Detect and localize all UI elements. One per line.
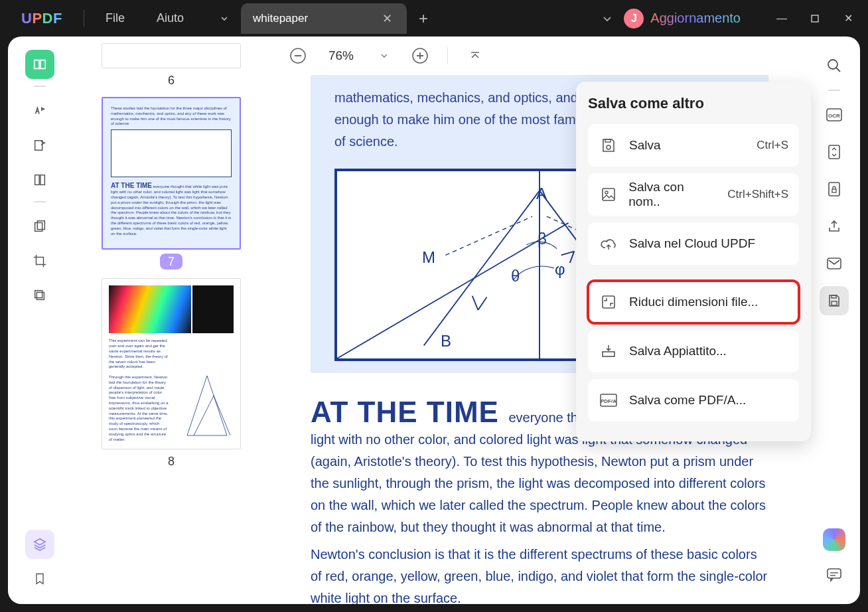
save-cloud-button[interactable]: Salva nel Cloud UPDF: [588, 222, 799, 265]
scroll-top-icon[interactable]: [464, 44, 486, 67]
svg-rect-2: [40, 175, 44, 185]
svg-rect-24: [828, 569, 841, 578]
close-icon[interactable]: ✕: [382, 11, 392, 26]
ai-icon[interactable]: [823, 528, 845, 551]
tabs-overflow-icon[interactable]: [591, 4, 624, 33]
avatar[interactable]: J: [624, 9, 644, 29]
panel-title: Salva come altro: [588, 95, 799, 112]
viewer-toolbar: 76%: [271, 37, 808, 75]
svg-rect-29: [603, 189, 615, 200]
save-button[interactable]: Salva Ctrl+S: [588, 124, 799, 167]
save-pdfa-button[interactable]: PDF/A Salva come PDF/A...: [588, 379, 799, 421]
thumb-page-7[interactable]: These studies laid the foundation for th…: [102, 97, 241, 269]
zoom-out-button[interactable]: [287, 44, 309, 67]
heading-at-the-time: AT THE TIME: [311, 396, 499, 429]
maximize-button[interactable]: [800, 5, 830, 32]
save-as-other-panel: Salva come altro Salva Ctrl+S Salva con …: [576, 82, 811, 441]
svg-rect-28: [605, 139, 611, 142]
flatten-icon: [599, 341, 618, 361]
svg-point-27: [607, 145, 611, 149]
reduce-size-button[interactable]: Riduci dimensioni file...: [588, 281, 799, 323]
pdfa-icon: PDF/A: [599, 390, 618, 410]
svg-rect-20: [832, 189, 836, 192]
left-toolbar: [8, 37, 72, 604]
search-icon[interactable]: [820, 51, 849, 80]
email-icon[interactable]: [820, 249, 849, 278]
svg-rect-0: [812, 15, 818, 22]
zoom-level[interactable]: 76%: [323, 48, 360, 63]
share-icon[interactable]: [820, 212, 849, 241]
svg-rect-3: [35, 223, 42, 232]
save-flatten-button[interactable]: Salva Appiattito...: [588, 330, 799, 372]
tab-whitepaper[interactable]: whitepaper ✕: [241, 3, 407, 34]
new-tab-button[interactable]: +: [407, 4, 440, 33]
ocr-icon[interactable]: OCR: [820, 100, 849, 129]
chat-icon[interactable]: [820, 560, 849, 589]
layers-button[interactable]: [25, 530, 54, 559]
svg-rect-22: [832, 301, 837, 305]
svg-point-14: [828, 60, 837, 69]
minimize-button[interactable]: —: [767, 5, 796, 32]
body-paragraph-2: Newton's conclusion is that it is the di…: [311, 544, 768, 604]
convert-icon[interactable]: [820, 137, 849, 167]
update-label[interactable]: Aggiornamento: [650, 11, 753, 26]
page-number: 6: [102, 74, 241, 88]
tab-title: whitepaper: [253, 12, 308, 25]
page-number: 8: [102, 455, 241, 469]
save-as-icon: [599, 185, 618, 204]
zoom-in-button[interactable]: [409, 44, 431, 67]
svg-text:OCR: OCR: [828, 113, 840, 119]
thumbnail-panel: 6 These studies laid the foundation for …: [72, 37, 271, 604]
menu-help[interactable]: Aiuto: [141, 11, 200, 25]
reader-mode-button[interactable]: [25, 50, 54, 79]
menu-file[interactable]: File: [90, 11, 141, 25]
edit-tool-button[interactable]: [25, 131, 54, 160]
save-icon: [599, 135, 618, 155]
bookmark-button[interactable]: [25, 564, 54, 593]
close-window-button[interactable]: ✕: [833, 5, 863, 32]
save-other-icon[interactable]: [820, 286, 849, 315]
right-toolbar: OCR: [808, 37, 860, 604]
svg-rect-6: [35, 291, 42, 298]
compress-icon: [599, 292, 618, 312]
svg-rect-18: [829, 145, 839, 159]
svg-rect-4: [37, 221, 44, 230]
save-as-button[interactable]: Salva con nom.. Ctrl+Shift+S: [588, 173, 799, 216]
zoom-dropdown-icon[interactable]: [373, 44, 396, 67]
svg-point-30: [605, 191, 608, 194]
page-number: 7: [102, 255, 241, 269]
organize-pages-button[interactable]: [25, 212, 54, 241]
thumb-page-6[interactable]: 6: [102, 43, 241, 88]
batch-tool-button[interactable]: [25, 281, 54, 310]
tab-dropdown-icon[interactable]: [208, 4, 241, 33]
svg-rect-1: [35, 175, 39, 185]
svg-rect-23: [832, 295, 836, 298]
thumb-page-8[interactable]: This experiment can be repeated over and…: [102, 278, 241, 469]
protect-icon[interactable]: [820, 175, 849, 204]
svg-line-15: [836, 68, 840, 72]
svg-line-13: [337, 223, 569, 358]
titlebar: UPDF File Aiuto whitepaper ✕ + J Aggiorn…: [0, 0, 868, 37]
comment-tool-button[interactable]: [25, 96, 54, 125]
app-logo: UPDF: [5, 10, 78, 27]
cloud-icon: [599, 234, 618, 254]
svg-rect-5: [36, 292, 44, 299]
form-tool-button[interactable]: [25, 165, 54, 194]
svg-rect-31: [603, 296, 615, 308]
app-shell: 6 These studies laid the foundation for …: [8, 37, 860, 604]
svg-rect-32: [603, 352, 615, 356]
crop-tool-button[interactable]: [25, 246, 54, 275]
svg-text:PDF/A: PDF/A: [601, 398, 616, 404]
